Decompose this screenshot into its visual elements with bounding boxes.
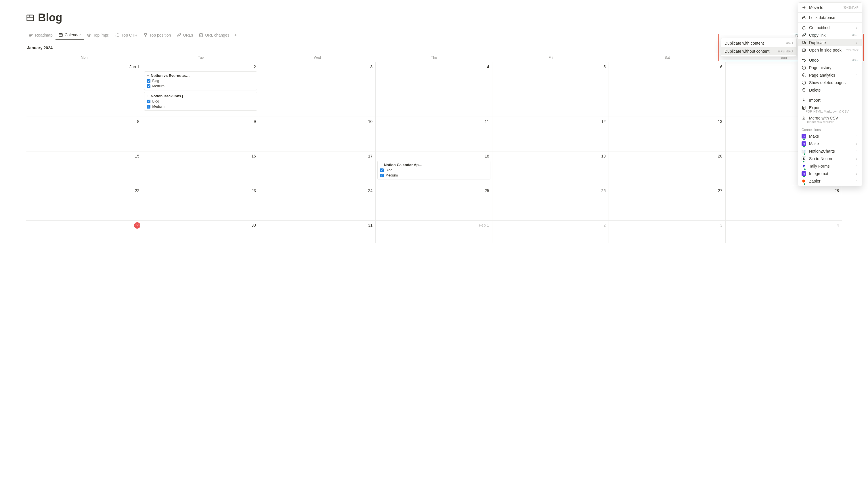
calendar-cell[interactable]: 22 bbox=[26, 186, 143, 220]
checkbox-icon: ✓ bbox=[147, 105, 150, 109]
weekday-header: Sat bbox=[609, 53, 725, 62]
calendar-cell[interactable]: 18 +Notion Calendar Ap… ✓Blog ✓Medium bbox=[376, 151, 492, 186]
event-card[interactable]: +Notion Calendar Ap… ✓Blog ✓Medium bbox=[377, 161, 490, 179]
calendar-cell[interactable]: 4 bbox=[725, 221, 842, 243]
menu-merge-csv[interactable]: Merge with CSV bbox=[798, 114, 862, 121]
calendar-cell[interactable]: 6 bbox=[609, 62, 725, 117]
calendar-cell[interactable]: 12 bbox=[492, 117, 609, 151]
export-icon bbox=[802, 105, 806, 110]
tab-roadmap[interactable]: Roadmap bbox=[26, 30, 56, 40]
calendar-cell[interactable]: 16 bbox=[143, 151, 259, 186]
menu-show-deleted[interactable]: Show deleted pages bbox=[798, 79, 862, 86]
menu-copy-link[interactable]: Copy link ⌘+L bbox=[798, 31, 862, 39]
calendar-cell[interactable]: 3 bbox=[609, 221, 725, 243]
add-view-button[interactable]: + bbox=[232, 30, 239, 40]
calendar-cell[interactable]: 31 bbox=[259, 221, 376, 243]
calendar-cell[interactable]: 19 bbox=[492, 151, 609, 186]
calendar-cell[interactable]: 15 bbox=[26, 151, 143, 186]
chevron-right-icon bbox=[855, 74, 859, 77]
arrow-right-icon bbox=[802, 5, 806, 10]
calendar-cell[interactable]: 25 bbox=[376, 186, 492, 220]
calendar-cell[interactable]: 8 bbox=[26, 117, 143, 151]
page-title: Blog bbox=[38, 11, 62, 24]
tab-top-position[interactable]: Top position bbox=[141, 30, 174, 40]
tab-top-impr[interactable]: Top impr. bbox=[84, 30, 113, 40]
zapier-icon: ✱ bbox=[802, 179, 806, 183]
calendar-cell[interactable]: 13 bbox=[609, 117, 725, 151]
menu-get-notified[interactable]: Get notified bbox=[798, 24, 862, 31]
chevron-right-icon bbox=[855, 172, 859, 175]
checkbox-icon: ✓ bbox=[147, 84, 150, 88]
tab-calendar[interactable]: Calendar bbox=[56, 30, 84, 40]
connection-tally[interactable]: ▼ Tally Forms bbox=[798, 162, 862, 170]
calendar-cell[interactable]: Feb 1 bbox=[376, 221, 492, 243]
svg-rect-13 bbox=[802, 49, 806, 51]
calendar-cell[interactable]: 5 bbox=[492, 62, 609, 117]
calendar-cell[interactable]: 4 bbox=[376, 62, 492, 117]
menu-import[interactable]: Import bbox=[798, 96, 862, 104]
trophy-icon bbox=[143, 33, 148, 37]
menu-duplicate[interactable]: Duplicate bbox=[798, 39, 862, 46]
calendar-cell[interactable]: 2 +Notion vs Evernote:… ✓Blog ✓Medium +N… bbox=[143, 62, 259, 117]
connection-zapier[interactable]: ✱ Zapier bbox=[798, 177, 862, 185]
checkbox-icon bbox=[199, 33, 203, 37]
tab-url-changes[interactable]: URL changes bbox=[196, 30, 232, 40]
tab-top-ctr[interactable]: Top CTR bbox=[112, 30, 140, 40]
chevron-right-icon bbox=[855, 142, 859, 145]
calendar-cell[interactable]: 2 bbox=[492, 221, 609, 243]
connection-notion2charts[interactable]: 📊 Notion2Charts bbox=[798, 147, 862, 155]
calendar-cell[interactable]: 24 bbox=[259, 186, 376, 220]
event-card[interactable]: +Notion Backlinks | … ✓Blog ✓Medium bbox=[144, 92, 257, 111]
calendar-cell[interactable]: 23 bbox=[143, 186, 259, 220]
history-icon bbox=[802, 65, 806, 70]
calendar-cell[interactable]: 17 bbox=[259, 151, 376, 186]
calendar-cell[interactable]: 3 bbox=[259, 62, 376, 117]
tab-urls[interactable]: URLs bbox=[174, 30, 196, 40]
expand-icon: + bbox=[380, 163, 382, 167]
menu-lock-database[interactable]: Lock database bbox=[798, 14, 862, 21]
weekday-header: Wed bbox=[259, 53, 376, 62]
chevron-right-icon bbox=[855, 157, 859, 160]
weekday-header: Tue bbox=[143, 53, 259, 62]
calendar-cell[interactable]: 30 bbox=[143, 221, 259, 243]
connections-header: Connections bbox=[798, 126, 862, 133]
event-card[interactable]: +Notion vs Evernote:… ✓Blog ✓Medium bbox=[144, 72, 257, 90]
menu-open-side-peek[interactable]: Open in side peek ⌥+Click bbox=[798, 46, 862, 54]
undo-icon bbox=[802, 58, 806, 62]
calendar-icon bbox=[58, 32, 63, 37]
calendar-cell[interactable]: 10 bbox=[259, 117, 376, 151]
duplicate-without-content[interactable]: Duplicate without content ⌘+Shift+D bbox=[721, 47, 796, 55]
siri-icon: S bbox=[802, 157, 806, 161]
calendar-cell[interactable]: 20 bbox=[609, 151, 725, 186]
menu-undo[interactable]: Undo ⌘+Z bbox=[798, 56, 862, 64]
calendar-grid: Mon Tue Wed Thu Fri Sat Sun Jan 1 2 +Not… bbox=[26, 53, 842, 243]
link-icon bbox=[177, 33, 181, 37]
calendar-cell[interactable]: 9 bbox=[143, 117, 259, 151]
calendar-cell[interactable]: 29 bbox=[26, 221, 143, 243]
connection-make-2[interactable]: m Make bbox=[798, 140, 862, 147]
calendar-cell[interactable]: 26 bbox=[492, 186, 609, 220]
connection-make[interactable]: m Make bbox=[798, 133, 862, 140]
sparkle-icon bbox=[115, 33, 120, 37]
chevron-right-icon bbox=[855, 164, 859, 168]
lock-icon bbox=[802, 15, 806, 20]
context-menu: Move to ⌘+Shift+P Lock database Get noti… bbox=[798, 2, 862, 186]
month-label: January 2024 bbox=[26, 40, 842, 53]
calendar-cell[interactable]: Jan 1 bbox=[26, 62, 143, 117]
menu-page-analytics[interactable]: Page analytics bbox=[798, 72, 862, 79]
connection-integromat[interactable]: m Integromat bbox=[798, 170, 862, 177]
menu-move-to[interactable]: Move to ⌘+Shift+P bbox=[798, 4, 862, 11]
calendar-cell[interactable]: 28 bbox=[725, 186, 842, 220]
svg-rect-12 bbox=[802, 41, 805, 44]
menu-delete[interactable]: Delete bbox=[798, 86, 862, 94]
menu-export[interactable]: Export bbox=[798, 104, 862, 110]
menu-page-history[interactable]: Page history bbox=[798, 64, 862, 72]
chevron-right-icon bbox=[855, 41, 859, 44]
duplicate-with-content[interactable]: Duplicate with content ⌘+D bbox=[721, 39, 796, 47]
make-icon: m bbox=[802, 141, 806, 146]
weekday-header: Mon bbox=[26, 53, 143, 62]
calendar-cell[interactable]: 27 bbox=[609, 186, 725, 220]
make-icon: m bbox=[802, 134, 806, 139]
calendar-cell[interactable]: 11 bbox=[376, 117, 492, 151]
connection-siri[interactable]: S Siri to Notion bbox=[798, 155, 862, 162]
